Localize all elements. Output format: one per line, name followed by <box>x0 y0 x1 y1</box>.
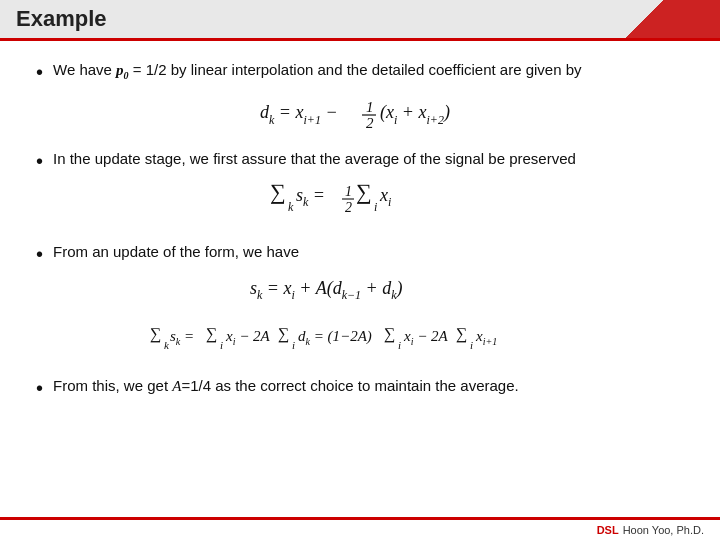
formula-2: ∑ k sk = 1 2 ∑ i xi <box>56 179 684 225</box>
formula-3a: sk = xi + A(dk−1 + dk) <box>56 272 684 306</box>
svg-text:1: 1 <box>345 184 352 199</box>
slide-title: Example <box>16 6 107 32</box>
svg-text:dk = (1−2A): dk = (1−2A) <box>298 328 372 347</box>
bullet-dot-2: • <box>36 148 43 174</box>
formula-svg-1: dk = xi+1 − 1 2 (xi + xi+2) <box>260 90 480 132</box>
bullet-dot-4: • <box>36 375 43 401</box>
svg-text:i: i <box>220 339 223 351</box>
svg-text:dk = xi+1 −: dk = xi+1 − <box>260 102 338 127</box>
bullet-item-4: • From this, we get A=1/4 as the correct… <box>36 375 684 401</box>
bullet-text-2: • In the update stage, we first assure t… <box>36 148 684 174</box>
math-A: A <box>172 378 181 394</box>
svg-text:∑: ∑ <box>206 325 217 343</box>
math-p0: p0 <box>116 62 129 78</box>
bullet-dot-3: • <box>36 241 43 267</box>
formula-svg-3a: sk = xi + A(dk−1 + dk) <box>250 272 490 306</box>
formula-svg-2: ∑ k sk = 1 2 ∑ i xi <box>270 179 470 225</box>
svg-text:∑: ∑ <box>384 325 395 343</box>
bullet-content-2: In the update stage, we first assure tha… <box>53 148 684 171</box>
bullet-content-3: From an update of the form, we have <box>53 241 684 264</box>
formula-3b: ∑ k sk = ∑ i xi − 2A ∑ i dk = (1−2A) ∑ i… <box>56 321 684 359</box>
svg-text:sk =: sk = <box>170 328 194 347</box>
footer-author: Hoon Yoo, Ph.D. <box>623 524 704 536</box>
bullet-dot-1: • <box>36 59 43 85</box>
slide-footer: DSL Hoon Yoo, Ph.D. <box>0 517 720 540</box>
bullet-content-4: From this, we get A=1/4 as the correct c… <box>53 375 684 398</box>
svg-text:sk =: sk = <box>296 185 325 209</box>
formula-1: dk = xi+1 − 1 2 (xi + xi+2) <box>56 90 684 132</box>
bullet-content-1: We have p0 = 1/2 by linear interpolation… <box>53 59 684 83</box>
svg-text:sk = xi + A(dk−1 + dk): sk = xi + A(dk−1 + dk) <box>250 278 403 302</box>
bullet-item-2: • In the update stage, we first assure t… <box>36 148 684 235</box>
svg-text:xi − 2A: xi − 2A <box>225 328 271 347</box>
svg-text:1: 1 <box>366 99 374 115</box>
svg-text:i: i <box>374 200 377 214</box>
slide-content: • We have p0 = 1/2 by linear interpolati… <box>0 41 720 517</box>
bullet-text-1: • We have p0 = 1/2 by linear interpolati… <box>36 59 684 85</box>
bullet-text-3: • From an update of the form, we have <box>36 241 684 267</box>
formula-svg-3b: ∑ k sk = ∑ i xi − 2A ∑ i dk = (1−2A) ∑ i… <box>150 321 590 359</box>
svg-text:∑: ∑ <box>356 179 372 204</box>
footer-content: DSL Hoon Yoo, Ph.D. <box>597 524 704 536</box>
svg-text:2: 2 <box>345 200 352 215</box>
svg-text:k: k <box>288 200 294 214</box>
svg-text:∑: ∑ <box>150 325 161 343</box>
svg-text:xi − 2A: xi − 2A <box>403 328 449 347</box>
svg-text:∑: ∑ <box>278 325 289 343</box>
svg-text:∑: ∑ <box>270 179 286 204</box>
svg-text:i: i <box>292 339 295 351</box>
svg-text:xi: xi <box>379 185 391 209</box>
footer-logo: DSL <box>597 524 619 536</box>
svg-text:∑: ∑ <box>456 325 467 343</box>
bullet-text-4: • From this, we get A=1/4 as the correct… <box>36 375 684 401</box>
svg-text:i: i <box>398 339 401 351</box>
slide: Example • We have p0 = 1/2 by linear int… <box>0 0 720 540</box>
svg-text:i: i <box>470 339 473 351</box>
svg-text:2: 2 <box>366 115 374 131</box>
bullet-item-3: • From an update of the form, we have sk… <box>36 241 684 369</box>
svg-text:(xi + xi+2): (xi + xi+2) <box>380 102 450 127</box>
bullet-item-1: • We have p0 = 1/2 by linear interpolati… <box>36 59 684 142</box>
slide-header: Example <box>0 0 720 41</box>
svg-text:xi+1: xi+1 <box>475 328 497 347</box>
